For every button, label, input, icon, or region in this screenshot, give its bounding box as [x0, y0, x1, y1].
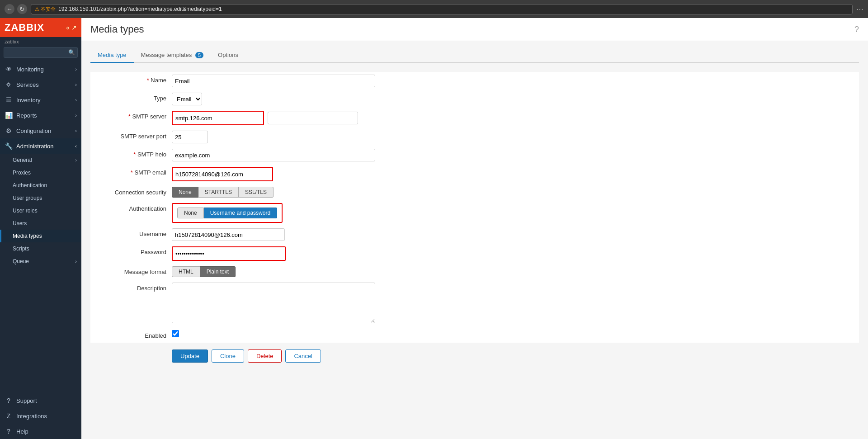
sidebar-subitem-scripts[interactable]: Scripts — [0, 242, 81, 255]
submenu-label: Media types — [13, 233, 42, 239]
sidebar-item-integrations[interactable]: Z Integrations — [0, 408, 81, 424]
smtp-server-input[interactable] — [173, 112, 263, 124]
submenu-label: Queue — [13, 258, 29, 264]
sidebar-item-configuration[interactable]: ⚙ Configuration › — [0, 123, 81, 138]
eye-icon: 👁 — [5, 66, 13, 73]
sidebar-subitem-proxies[interactable]: Proxies — [0, 166, 81, 179]
help-button[interactable]: ? — [854, 25, 859, 34]
submenu-label: Proxies — [13, 170, 31, 176]
sidebar-subitem-users[interactable]: Users — [0, 217, 81, 230]
message-format-group: HTML Plain text — [172, 266, 398, 277]
connection-ssl-button[interactable]: SSL/TLS — [239, 187, 274, 198]
delete-button[interactable]: Delete — [248, 349, 282, 363]
submenu-label: General — [13, 157, 32, 163]
name-input[interactable] — [172, 75, 375, 87]
password-highlight — [172, 246, 286, 261]
address-bar[interactable]: ⚠ 不安全 192.168.159.101/zabbix.php?action=… — [31, 4, 853, 14]
browser-icon-1[interactable]: ⋯ — [856, 5, 863, 14]
page-title: Media types — [90, 24, 144, 35]
sidebar-subitem-media-types[interactable]: Media types — [0, 230, 81, 242]
search-icon: 🔍 — [68, 49, 75, 56]
sidebar-item-administration[interactable]: 🔧 Administration ‹ — [0, 138, 81, 154]
smtp-server-label: SMTP server — [90, 111, 172, 120]
format-plaintext-button[interactable]: Plain text — [200, 266, 236, 277]
submenu-label: Authentication — [13, 182, 47, 189]
sidebar-item-reports[interactable]: 📊 Reports › — [0, 108, 81, 123]
message-format-field-container: HTML Plain text — [172, 266, 398, 277]
sidebar-subitem-user-roles[interactable]: User roles — [0, 204, 81, 217]
smtp-port-row: SMTP server port — [90, 128, 859, 146]
name-field-container — [172, 75, 398, 87]
submenu-label: User roles — [13, 208, 38, 214]
type-field-container: Email — [172, 93, 398, 105]
smtp-server-extra-input[interactable] — [268, 112, 358, 124]
chevron-right-icon: › — [75, 157, 77, 163]
username-label: Username — [90, 228, 172, 237]
sidebar-item-label: Help — [16, 428, 28, 435]
name-label: Name — [90, 75, 172, 84]
forward-button[interactable]: ↻ — [17, 4, 27, 14]
enabled-row: Enabled — [90, 327, 859, 343]
sidebar-item-label: Integrations — [16, 413, 47, 420]
tab-message-templates[interactable]: Message templates 5 — [134, 48, 211, 63]
search-input[interactable] — [4, 47, 78, 58]
smtp-port-label: SMTP server port — [90, 131, 172, 140]
sidebar-subitem-queue[interactable]: Queue › — [0, 255, 81, 268]
page-header: Media types ? — [81, 18, 868, 41]
browser-icons: ⋯ — [856, 5, 863, 14]
smtp-server-field-container — [172, 111, 398, 125]
reports-icon: 📊 — [5, 112, 13, 119]
smtp-helo-field-container — [172, 149, 398, 161]
help-icon: ? — [5, 428, 13, 435]
smtp-email-input[interactable] — [173, 168, 272, 180]
smtp-port-input[interactable] — [172, 131, 208, 143]
collapse-icon[interactable]: « — [66, 24, 70, 31]
enabled-checkbox[interactable] — [172, 330, 179, 337]
browser-controls: ← ↻ — [5, 4, 27, 14]
sidebar-subitem-general[interactable]: General › — [0, 154, 81, 166]
description-row: Description — [90, 280, 859, 327]
username-field-container — [172, 228, 398, 241]
tab-media-type[interactable]: Media type — [90, 48, 134, 63]
sidebar-item-label: Configuration — [16, 127, 51, 134]
expand-icon[interactable]: ↗ — [71, 24, 77, 31]
format-html-button[interactable]: HTML — [172, 266, 200, 277]
type-select[interactable]: Email — [172, 93, 202, 105]
back-button[interactable]: ← — [5, 4, 14, 14]
chevron-right-icon: › — [75, 259, 77, 264]
chevron-down-icon: ‹ — [75, 143, 77, 149]
services-icon: ⛭ — [5, 81, 13, 88]
sidebar-item-services[interactable]: ⛭ Services › — [0, 77, 81, 92]
username-input[interactable] — [172, 228, 285, 241]
smtp-port-field-container — [172, 131, 398, 143]
chevron-right-icon: › — [75, 97, 77, 103]
auth-username-button[interactable]: Username and password — [204, 208, 277, 218]
action-buttons: Update Clone Delete Cancel — [90, 343, 859, 369]
sidebar-logo: ZABBIX « ↗ — [0, 18, 81, 37]
password-input[interactable] — [173, 247, 285, 260]
submenu-label: Users — [13, 220, 27, 227]
connection-none-button[interactable]: None — [172, 187, 198, 198]
sidebar-item-label: Support — [16, 397, 37, 404]
auth-none-button[interactable]: None — [177, 208, 204, 218]
submenu-label: User groups — [13, 195, 42, 201]
sidebar-item-label: Reports — [16, 112, 37, 119]
content-area: Media type Message templates 5 Options N… — [81, 41, 868, 439]
tab-options[interactable]: Options — [211, 48, 245, 63]
sidebar-item-help[interactable]: ? Help — [0, 424, 81, 439]
smtp-helo-input[interactable] — [172, 149, 375, 161]
security-warning: ⚠ 不安全 — [35, 6, 56, 13]
sidebar-subitem-authentication[interactable]: Authentication — [0, 179, 81, 192]
description-textarea[interactable] — [172, 283, 375, 323]
logo-text: ZABBIX — [5, 22, 44, 33]
update-button[interactable]: Update — [172, 349, 208, 363]
cancel-button[interactable]: Cancel — [285, 349, 321, 363]
sidebar-subitem-user-groups[interactable]: User groups — [0, 192, 81, 204]
smtp-helo-label: SMTP helo — [90, 149, 172, 158]
connection-starttls-button[interactable]: STARTTLS — [198, 187, 239, 198]
sidebar-item-monitoring[interactable]: 👁 Monitoring › — [0, 61, 81, 77]
clone-button[interactable]: Clone — [212, 349, 244, 363]
sidebar-item-inventory[interactable]: ☰ Inventory › — [0, 92, 81, 108]
type-label: Type — [90, 93, 172, 102]
sidebar-item-support[interactable]: ? Support — [0, 393, 81, 408]
